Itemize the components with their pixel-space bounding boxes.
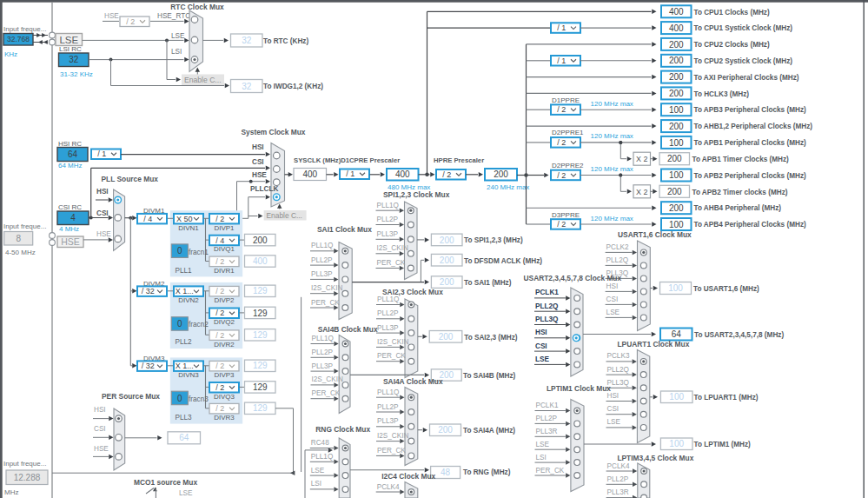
svg-text:200: 200 bbox=[669, 203, 684, 213]
svg-text:PLL2P: PLL2P bbox=[377, 403, 399, 411]
svg-text:200: 200 bbox=[667, 154, 682, 163]
svg-text:Input freque...: Input freque... bbox=[3, 222, 46, 230]
svg-text:DIVR3: DIVR3 bbox=[214, 414, 235, 422]
svg-text:CSI: CSI bbox=[96, 209, 109, 217]
svg-text:129: 129 bbox=[253, 286, 268, 295]
svg-text:PLL2: PLL2 bbox=[176, 338, 193, 346]
svg-text:/ 1: / 1 bbox=[557, 23, 566, 32]
svg-text:To APB4 Peripheral Clocks (MHz: To APB4 Peripheral Clocks (MHz) bbox=[694, 221, 806, 229]
svg-text:X 2: X 2 bbox=[636, 155, 648, 163]
svg-text:To DFSDM ACLK (MHz): To DFSDM ACLK (MHz) bbox=[464, 257, 542, 265]
svg-text:HSE: HSE bbox=[252, 171, 267, 179]
svg-text:/ 2: / 2 bbox=[215, 215, 224, 223]
svg-text:PLL3P: PLL3P bbox=[377, 324, 399, 332]
svg-text:4 MHz: 4 MHz bbox=[59, 225, 79, 233]
svg-text:PLL2P: PLL2P bbox=[536, 415, 558, 422]
svg-text:fracn1: fracn1 bbox=[189, 249, 209, 256]
svg-text:CSI: CSI bbox=[94, 425, 106, 433]
svg-text:PLL2Q: PLL2Q bbox=[535, 302, 559, 310]
svg-text:120 MHz max: 120 MHz max bbox=[591, 165, 633, 173]
svg-text:200: 200 bbox=[669, 72, 684, 82]
svg-text:PLL1Q: PLL1Q bbox=[311, 453, 334, 461]
svg-text:400: 400 bbox=[669, 23, 684, 33]
svg-text:200: 200 bbox=[438, 425, 453, 435]
svg-text:PER Source Mux: PER Source Mux bbox=[102, 392, 160, 401]
svg-text:To APB1 Timer Clocks (MHz): To APB1 Timer Clocks (MHz) bbox=[692, 156, 790, 163]
svg-text:SAI4B Clock Mux: SAI4B Clock Mux bbox=[318, 325, 378, 334]
svg-text:PLL2P: PLL2P bbox=[377, 216, 399, 223]
svg-text:200: 200 bbox=[440, 277, 454, 287]
svg-text:To RNG (MHz): To RNG (MHz) bbox=[463, 468, 511, 476]
svg-text:To CPU1 Systick Clock (MHz): To CPU1 Systick Clock (MHz) bbox=[694, 24, 793, 32]
svg-text:To LPUART1 (MHz): To LPUART1 (MHz) bbox=[694, 394, 759, 402]
svg-text:X 2: X 2 bbox=[636, 188, 648, 196]
svg-text:/ 2: / 2 bbox=[215, 383, 224, 392]
svg-text:120 MHz max: 120 MHz max bbox=[591, 100, 633, 108]
svg-text:/ 2: / 2 bbox=[215, 362, 224, 370]
svg-text:To SAI4A (MHz): To SAI4A (MHz) bbox=[463, 427, 515, 435]
svg-text:0: 0 bbox=[177, 246, 182, 256]
svg-text:PLL3P: PLL3P bbox=[377, 417, 399, 425]
svg-text:100: 100 bbox=[669, 220, 684, 229]
svg-text:400: 400 bbox=[669, 7, 684, 17]
svg-text:PER_CK: PER_CK bbox=[377, 352, 406, 360]
svg-text:HSI: HSI bbox=[606, 282, 619, 290]
svg-text:LSI: LSI bbox=[171, 48, 182, 56]
svg-text:/ 1: / 1 bbox=[557, 56, 566, 65]
svg-text:LSE: LSE bbox=[535, 355, 549, 363]
svg-text:DIVR1: DIVR1 bbox=[214, 267, 235, 275]
svg-text:32.768: 32.768 bbox=[7, 35, 30, 43]
svg-text:System Clock Mux: System Clock Mux bbox=[241, 128, 305, 136]
svg-text:100: 100 bbox=[669, 170, 684, 180]
svg-text:/ 2: / 2 bbox=[557, 138, 566, 147]
svg-text:120 MHz max: 120 MHz max bbox=[591, 215, 633, 222]
svg-text:400: 400 bbox=[253, 256, 268, 266]
svg-text:HSE: HSE bbox=[96, 230, 111, 238]
svg-text:400: 400 bbox=[302, 169, 317, 179]
svg-text:X 50: X 50 bbox=[176, 215, 193, 223]
svg-text:200: 200 bbox=[440, 256, 454, 265]
svg-text:To USART2,3,4,5,7,8 (MHz): To USART2,3,4,5,7,8 (MHz) bbox=[694, 331, 784, 339]
svg-text:PLL3R: PLL3R bbox=[607, 488, 629, 496]
svg-text:To SAI2,3 (MHz): To SAI2,3 (MHz) bbox=[464, 334, 518, 342]
svg-text:I2S_CKIN: I2S_CKIN bbox=[377, 244, 408, 252]
svg-text:HSI: HSI bbox=[252, 143, 264, 151]
svg-text:129: 129 bbox=[253, 403, 268, 413]
svg-text:D2PPRE1: D2PPRE1 bbox=[552, 129, 584, 136]
svg-text:SAI4A Clock Mux: SAI4A Clock Mux bbox=[383, 377, 443, 386]
svg-text:HSI: HSI bbox=[535, 329, 547, 336]
svg-text:DIVR2: DIVR2 bbox=[214, 341, 235, 349]
svg-text:PLL1Q: PLL1Q bbox=[377, 388, 400, 396]
svg-text:64: 64 bbox=[68, 149, 78, 159]
svg-text:PCLK2: PCLK2 bbox=[606, 243, 629, 251]
svg-text:I2C4 Clock Mux: I2C4 Clock Mux bbox=[381, 472, 435, 481]
svg-text:To APB2 Peripheral Clocks (MHz: To APB2 Peripheral Clocks (MHz) bbox=[694, 172, 806, 180]
svg-text:DIVP2: DIVP2 bbox=[214, 296, 235, 304]
svg-text:PLL1Q: PLL1Q bbox=[312, 335, 335, 342]
svg-text:DIVN1: DIVN1 bbox=[178, 224, 199, 232]
svg-text:200: 200 bbox=[439, 332, 454, 342]
svg-text:PCLK1: PCLK1 bbox=[535, 289, 559, 296]
svg-text:/ 2: / 2 bbox=[215, 287, 224, 295]
svg-text:PLL3: PLL3 bbox=[176, 414, 193, 422]
svg-text:PCLK3: PCLK3 bbox=[607, 352, 630, 360]
svg-text:32: 32 bbox=[69, 55, 79, 64]
svg-text:LSE: LSE bbox=[171, 32, 185, 40]
svg-text:LSE: LSE bbox=[59, 35, 78, 45]
svg-text:PCLK1: PCLK1 bbox=[536, 402, 559, 409]
svg-text:200: 200 bbox=[669, 40, 684, 50]
svg-text:D3PPRE: D3PPRE bbox=[552, 211, 580, 219]
svg-text:To RTC (KHz): To RTC (KHz) bbox=[263, 37, 308, 45]
svg-text:HSE: HSE bbox=[104, 12, 119, 20]
svg-text:LSE: LSE bbox=[606, 309, 620, 316]
svg-text:Input freque...: Input freque... bbox=[3, 25, 46, 33]
svg-text:32: 32 bbox=[242, 36, 252, 45]
svg-text:To SAI1 (MHz): To SAI1 (MHz) bbox=[464, 279, 512, 287]
svg-text:PLL2P: PLL2P bbox=[377, 309, 399, 317]
svg-text:HSI: HSI bbox=[94, 406, 106, 414]
svg-text:CSI: CSI bbox=[606, 295, 619, 303]
svg-text:200: 200 bbox=[669, 89, 684, 98]
svg-text:PLLCLK: PLLCLK bbox=[250, 185, 278, 193]
svg-text:HSI: HSI bbox=[96, 188, 109, 196]
svg-text:To SAI4B (MHz): To SAI4B (MHz) bbox=[463, 372, 516, 380]
